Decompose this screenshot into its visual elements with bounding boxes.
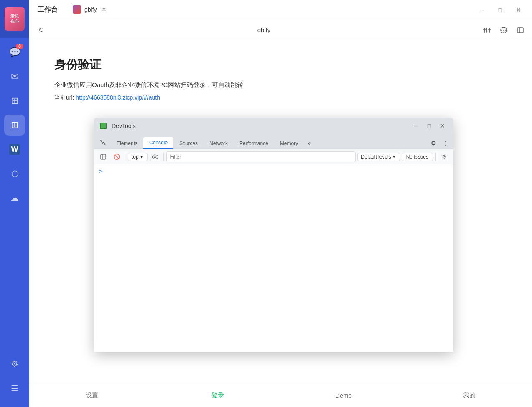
svg-point-16	[152, 155, 158, 159]
svg-rect-12	[517, 28, 523, 33]
devtools-settings-icon[interactable]: ⚙	[428, 137, 439, 149]
console-context-label: top	[132, 154, 139, 160]
address-bar[interactable]: gblfy	[53, 26, 475, 33]
sidebar-item-apps[interactable]: ⊞	[4, 115, 25, 136]
browser-actions	[480, 23, 527, 37]
svg-point-7	[503, 30, 504, 31]
console-toolbar: 🚫 top ▼ Default levels ▼	[94, 149, 453, 164]
page-inner: 身份验证 企业微信应用Oauth及非企业微信环境PC网站扫码登录，可自动跳转 当…	[29, 40, 532, 118]
logo-box: 爱总在心	[5, 7, 25, 31]
svg-rect-4	[486, 31, 488, 31]
devtools-more-tabs-button[interactable]: »	[304, 137, 314, 149]
workbench-label: 工作台	[29, 5, 66, 14]
logo-text: 爱总在心	[10, 14, 19, 24]
devtools-titlebar: DevTools ─ □ ✕	[94, 118, 453, 134]
maximize-button[interactable]: □	[492, 3, 509, 17]
sidebar-item-word[interactable]: W	[4, 139, 25, 160]
console-prompt-row: >	[99, 168, 448, 174]
devtools-tab-settings: ⚙ ⋮	[428, 137, 452, 149]
svg-rect-3	[483, 29, 486, 30]
tab-bar: gblfy ✕	[66, 0, 468, 20]
sliders-icon: ⚙	[11, 359, 18, 369]
tab-favicon	[73, 5, 81, 14]
console-clear-button[interactable]: 🚫	[111, 151, 122, 163]
page-description: 企业微信应用Oauth及非企业微信环境PC网站扫码登录，可自动跳转	[54, 81, 507, 89]
bottom-nav-demo-label: Demo	[335, 392, 352, 399]
devtools-icon-square	[100, 123, 107, 129]
svg-rect-1	[486, 28, 487, 33]
tab-close-button[interactable]: ✕	[100, 6, 108, 13]
bottom-nav: 设置 登录 Demo 我的	[29, 384, 532, 407]
console-eye-button[interactable]	[149, 151, 161, 163]
apps-icon: ⊞	[11, 120, 18, 131]
tab-title: gblfy	[84, 6, 97, 13]
window-controls: ─ □ ✕	[468, 3, 532, 17]
sidebar-item-calendar[interactable]: ⊞	[4, 90, 25, 111]
console-separator-2	[163, 153, 164, 161]
devtools-maximize-button[interactable]: □	[423, 121, 435, 131]
sidebar-item-chat[interactable]: 💬 8	[4, 42, 25, 63]
page-url: 当前url: http://4663588nl3.zicp.vip/#/auth	[54, 94, 507, 102]
pkg-icon: ⬡	[11, 169, 18, 179]
bottom-nav-login-label: 登录	[211, 392, 224, 399]
page-title: 身份验证	[54, 57, 507, 73]
console-separator-3	[435, 153, 436, 161]
devtools-tab-sources[interactable]: Sources	[173, 138, 204, 149]
chevron-down-icon-levels: ▼	[392, 154, 396, 159]
page-url-label: 当前url:	[54, 94, 74, 101]
sidebar-item-mail[interactable]: ✉	[4, 66, 25, 87]
console-sidebar-toggle[interactable]	[97, 151, 109, 163]
console-output-area[interactable]: >	[94, 164, 453, 352]
devtools-menu-icon[interactable]: ⋮	[440, 137, 452, 149]
refresh-button[interactable]: ↻	[34, 23, 48, 37]
console-separator-1	[125, 153, 125, 161]
sidebar-bottom: ⚙ ☰	[4, 353, 25, 407]
compass-icon[interactable]	[497, 23, 510, 37]
bottom-nav-demo[interactable]: Demo	[281, 384, 407, 407]
page-content: 身份验证 企业微信应用Oauth及非企业微信环境PC网站扫码登录，可自动跳转 当…	[29, 40, 532, 384]
settings-icon[interactable]	[480, 23, 494, 37]
browser-chrome: ↻ gblfy	[29, 20, 532, 40]
devtools-minimize-button[interactable]: ─	[410, 121, 422, 131]
console-filter-input[interactable]	[166, 151, 356, 162]
sidebar-item-sliders[interactable]: ⚙	[4, 353, 25, 374]
sidebar-item-pkg[interactable]: ⬡	[4, 163, 25, 184]
sidebar-toggle-icon[interactable]	[514, 23, 527, 37]
page-url-link[interactable]: http://4663588nl3.zicp.vip/#/auth	[76, 94, 160, 101]
console-no-issues-button[interactable]: No Issues	[402, 153, 433, 161]
bottom-nav-settings[interactable]: 设置	[29, 384, 155, 407]
console-context-selector[interactable]: top ▼	[128, 153, 148, 161]
tab-gblfy[interactable]: gblfy ✕	[66, 0, 115, 20]
main-area: 工作台 gblfy ✕ ─ □ ✕ ↻ gblfy	[29, 0, 532, 407]
console-prompt-arrow[interactable]: >	[99, 168, 102, 174]
calendar-icon: ⊞	[11, 95, 18, 106]
cloud-icon: ☁	[10, 193, 19, 203]
chat-badge: 8	[16, 44, 23, 49]
sidebar-item-cloud[interactable]: ☁	[4, 187, 25, 208]
devtools-tab-elements[interactable]: Elements	[111, 138, 143, 149]
console-levels-selector[interactable]: Default levels ▼	[357, 153, 400, 161]
svg-rect-5	[488, 29, 491, 30]
close-button[interactable]: ✕	[510, 3, 527, 17]
svg-rect-0	[484, 28, 485, 33]
devtools-tab-memory[interactable]: Memory	[274, 138, 304, 149]
devtools-tab-performance[interactable]: Performance	[234, 138, 274, 149]
bottom-nav-mine[interactable]: 我的	[406, 384, 532, 407]
bottom-nav-login[interactable]: 登录	[155, 384, 281, 407]
devtools-title: DevTools	[112, 123, 406, 129]
devtools-tab-console[interactable]: Console	[143, 137, 173, 149]
devtools-window: DevTools ─ □ ✕ Elements	[94, 118, 453, 352]
bottom-nav-settings-label: 设置	[86, 392, 98, 399]
console-settings-icon[interactable]: ⚙	[438, 151, 450, 163]
sidebar: 爱总在心 💬 8 ✉ ⊞ ⊞ W ⬡ ☁ ⚙ ☰	[0, 0, 29, 407]
bottom-nav-mine-label: 我的	[463, 392, 476, 399]
mail-icon: ✉	[11, 71, 18, 82]
menu-icon: ☰	[11, 383, 18, 393]
sidebar-logo: 爱总在心	[0, 0, 29, 38]
devtools-inspect-button[interactable]	[96, 136, 111, 149]
devtools-tab-network[interactable]: Network	[204, 138, 234, 149]
chevron-down-icon: ▼	[140, 154, 144, 159]
minimize-button[interactable]: ─	[473, 3, 490, 17]
sidebar-item-menu[interactable]: ☰	[4, 378, 25, 399]
devtools-close-button[interactable]: ✕	[437, 121, 448, 131]
